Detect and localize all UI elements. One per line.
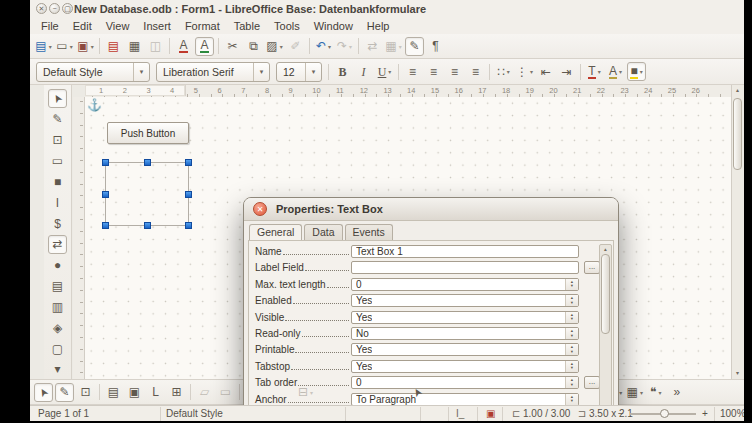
tab-general[interactable]: General	[249, 224, 302, 241]
zoom-slider-knob[interactable]	[660, 409, 669, 418]
align-left-button[interactable]: ≡	[403, 62, 422, 81]
spinner-icon[interactable]: ▴▾	[565, 279, 578, 290]
bold-button[interactable]: B	[333, 62, 352, 81]
vertical-scrollbar[interactable]: ▴ ▾	[731, 85, 744, 379]
dropdown-arrow-icon[interactable]: ▾	[598, 68, 601, 75]
maximize-window-icon[interactable]: ▢	[62, 3, 73, 14]
background-color-button[interactable]: ■▾	[627, 62, 646, 81]
underline-button[interactable]: U▾	[375, 62, 394, 81]
read-only-field[interactable]: No▴▾	[351, 327, 579, 340]
tab-order-field[interactable]: 0▴▾	[351, 376, 579, 389]
printable-field[interactable]: Yes▴▾	[351, 343, 579, 356]
menu-insert[interactable]: Insert	[136, 19, 178, 33]
paragraph-style-combo[interactable]: Default Style ▾	[36, 62, 150, 82]
align-center-button[interactable]: ≡	[424, 62, 443, 81]
print-button[interactable]: ▦	[125, 37, 144, 56]
close-icon[interactable]: ✕	[253, 202, 267, 216]
enabled-field[interactable]: Yes▴▾	[351, 294, 579, 307]
font-color-button[interactable]: T▾	[585, 62, 604, 81]
page-count[interactable]: Page 1 of 1	[38, 408, 89, 419]
dropdown-arrow-icon[interactable]: ▾	[659, 389, 662, 396]
copy-button[interactable]: ⧉	[244, 37, 263, 56]
font-name-combo[interactable]: Liberation Serif ▾	[156, 62, 270, 82]
anchor-field[interactable]: To Paragraph▴▾	[351, 393, 579, 406]
select-button[interactable]: ➤	[34, 383, 53, 402]
push-button-button[interactable]: ⇄	[48, 235, 67, 254]
dialog-scrollbar[interactable]: ▴ ▾	[599, 244, 612, 421]
spinner-icon[interactable]: ▴▾	[565, 312, 578, 323]
resize-handle[interactable]	[185, 191, 192, 198]
resize-handle[interactable]	[185, 222, 192, 229]
vertical-ruler[interactable]	[73, 97, 85, 379]
form-design-button[interactable]: ▣	[125, 383, 144, 402]
auto-spellcheck-button[interactable]: A	[195, 37, 214, 56]
spinner-icon[interactable]: ▴▾	[565, 328, 578, 339]
activation-order-button[interactable]: L	[146, 383, 165, 402]
highlight-color-button[interactable]: A▾	[606, 62, 625, 81]
title-bar[interactable]: New Database.odb : Form1 - LibreOffice B…	[30, 0, 744, 18]
edit-mode-button[interactable]: ✎	[405, 37, 424, 56]
max-text-length-field[interactable]: 0▴▾	[351, 278, 579, 291]
menu-view[interactable]: View	[99, 19, 137, 33]
object-position[interactable]: 1.00 / 3.00	[523, 408, 570, 419]
document-modified-icon[interactable]: ▣	[486, 408, 495, 419]
group-box-button[interactable]: ■	[48, 172, 67, 191]
new-document-button[interactable]: ▤▾	[34, 37, 53, 56]
spinner-icon[interactable]: ▴▾	[565, 377, 578, 388]
justify-button[interactable]: ≡	[466, 62, 485, 81]
dropdown-arrow-icon[interactable]: ▾	[328, 43, 331, 50]
flowchart-button[interactable]: ▦▾	[625, 383, 644, 402]
more-shapes-button[interactable]: »	[667, 383, 686, 402]
menu-help[interactable]: Help	[360, 19, 397, 33]
minimize-window-icon[interactable]: −	[49, 3, 60, 14]
menu-edit[interactable]: Edit	[66, 19, 99, 33]
numbered-list-button[interactable]: ⋮▾	[515, 62, 534, 81]
chevron-down-icon[interactable]: ▾	[253, 63, 269, 81]
image-control-button[interactable]: ◈	[48, 318, 67, 337]
dropdown-arrow-icon[interactable]: ▾	[640, 68, 643, 75]
wizard-toggle-button[interactable]: ⊡	[48, 131, 67, 150]
bullet-list-button[interactable]: ∷▾	[494, 62, 513, 81]
menu-file[interactable]: File	[34, 19, 66, 33]
chevron-down-icon[interactable]: ▾	[305, 63, 321, 81]
menu-table[interactable]: Table	[227, 19, 267, 33]
dropdown-arrow-icon[interactable]: ▾	[399, 43, 402, 50]
dropdown-arrow-icon[interactable]: ▾	[310, 389, 313, 396]
save-button[interactable]: ▣▾	[76, 37, 95, 56]
scroll-up-icon[interactable]: ▴	[600, 246, 611, 252]
dropdown-arrow-icon[interactable]: ▾	[91, 43, 94, 50]
align-right-button[interactable]: ≡	[445, 62, 464, 81]
resize-handle[interactable]	[185, 159, 192, 166]
form-navigator-button[interactable]: ▤	[104, 383, 123, 402]
design-mode-button[interactable]: ✎	[48, 110, 67, 129]
dropdown-arrow-icon[interactable]: ▾	[619, 68, 622, 75]
scroll-up-icon[interactable]: ▴	[732, 85, 743, 96]
dropdown-arrow-icon[interactable]: ▾	[388, 68, 391, 75]
resize-handle[interactable]	[102, 222, 109, 229]
combo-box-button[interactable]: ▥	[48, 298, 67, 317]
visible-field[interactable]: Yes▴▾	[351, 311, 579, 324]
spinner-icon[interactable]: ▴▾	[565, 394, 578, 405]
list-box-button[interactable]: ▤	[48, 277, 67, 296]
add-field-button[interactable]: ⊞	[167, 383, 186, 402]
close-window-icon[interactable]: ✕	[36, 3, 47, 14]
dropdown-arrow-icon[interactable]: ▾	[530, 68, 533, 75]
page-style[interactable]: Default Style	[166, 408, 223, 419]
zoom-out-icon[interactable]: −	[618, 408, 624, 419]
design-mode-button[interactable]: ✎	[55, 383, 74, 402]
tab-events[interactable]: Events	[345, 224, 393, 241]
select-button[interactable]: ➤	[48, 89, 67, 108]
dropdown-arrow-icon[interactable]: ▾	[507, 68, 510, 75]
spelling-button[interactable]: A	[174, 37, 193, 56]
resize-handle[interactable]	[102, 191, 109, 198]
currency-field-button[interactable]: $	[48, 214, 67, 233]
paste-button[interactable]: ▨▾	[265, 37, 284, 56]
ellipsis-button[interactable]: ...	[584, 376, 600, 389]
cut-button[interactable]: ✂	[223, 37, 242, 56]
selected-text-box-control[interactable]	[105, 162, 189, 226]
dropdown-arrow-icon[interactable]: ▾	[640, 389, 643, 396]
formatted-field-button[interactable]: ▢	[48, 339, 67, 358]
name-field[interactable]: Text Box 1	[351, 245, 579, 258]
object-size[interactable]: 3.50 x 2.1	[589, 408, 633, 419]
formatting-marks-button[interactable]: ¶	[426, 37, 445, 56]
